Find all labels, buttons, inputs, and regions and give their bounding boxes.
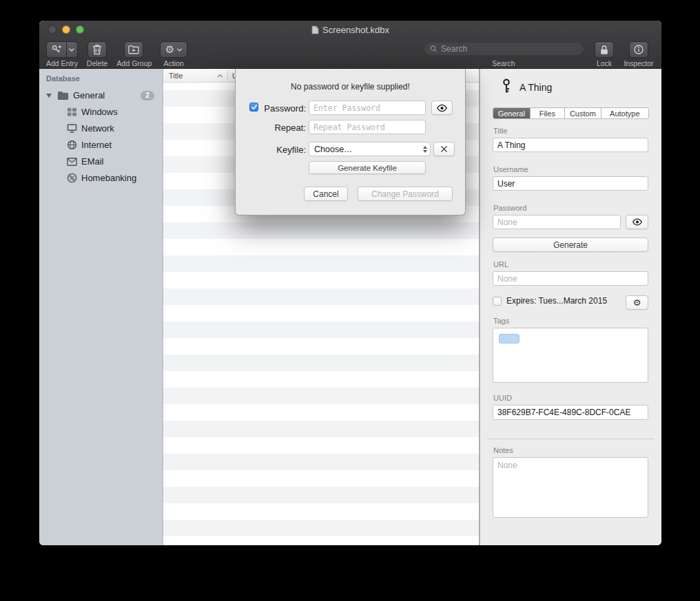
sidebar-header: Database [46, 74, 80, 83]
tags-box[interactable] [493, 328, 648, 383]
entry-count-badge: 2 [141, 91, 154, 101]
folder-icon [57, 91, 69, 100]
uuid-label: UUID [493, 394, 512, 402]
eye-icon [436, 104, 448, 112]
sidebar-item-label: Network [81, 123, 114, 134]
inspector-button[interactable] [629, 41, 648, 58]
tab-custom[interactable]: Custom [564, 108, 601, 118]
sidebar-item-network[interactable]: Network [39, 120, 163, 136]
eye-icon [632, 218, 643, 226]
info-icon [633, 44, 644, 55]
delete-button[interactable] [88, 41, 107, 58]
column-divider[interactable] [227, 70, 228, 81]
password-field[interactable] [493, 215, 621, 229]
lock-icon [599, 45, 609, 55]
folder-plus-icon [128, 45, 139, 54]
url-field[interactable] [493, 271, 648, 286]
inspector-panel: A Thing General Files Custom Autotype Ti… [480, 69, 661, 545]
expires-checkbox[interactable] [493, 297, 502, 306]
close-x-icon [440, 145, 448, 153]
password-label: Password: [256, 103, 306, 114]
tags-label: Tags [493, 317, 509, 325]
generate-password-button[interactable]: Generate [493, 238, 648, 252]
add-entry-button[interactable] [46, 41, 78, 58]
generate-keyfile-button[interactable]: Generate Keyfile [309, 161, 426, 174]
expires-label: Expires: Tues...March 2015 [506, 296, 607, 306]
enter-password-field[interactable] [309, 101, 426, 115]
username-field[interactable] [493, 176, 648, 191]
cancel-button[interactable]: Cancel [304, 187, 348, 201]
inspector-label: Inspector [620, 59, 657, 67]
lock-button[interactable] [595, 41, 614, 58]
windows-icon [67, 107, 77, 117]
password-label: Password [493, 204, 526, 212]
lock-label: Lock [593, 59, 616, 67]
sidebar-item-email[interactable]: EMail [39, 154, 163, 169]
percent-coin-icon [67, 173, 77, 183]
repeat-password-field[interactable] [309, 120, 426, 134]
sidebar-group-general[interactable]: General 2 [39, 87, 163, 103]
section-divider [487, 439, 655, 439]
search-icon [430, 45, 438, 53]
keyfile-value: Choose… [314, 145, 353, 154]
tag-chip[interactable] [499, 334, 519, 344]
key-plus-icon [47, 44, 66, 55]
gear-icon: ⚙ [633, 298, 641, 307]
sidebar-item-label: Homebanking [81, 173, 136, 183]
title-label: Title [493, 127, 507, 135]
app-window: Screenshot.kdbx Add Entry [39, 21, 661, 545]
sidebar-item-homebanking[interactable]: Homebanking [39, 170, 163, 186]
sidebar-item-internet[interactable]: Internet [39, 137, 163, 153]
action-button[interactable]: ⚙ [160, 41, 187, 58]
sidebar-item-label: Internet [81, 140, 112, 150]
window-title: Screenshot.kdbx [322, 25, 389, 35]
chevron-down-icon[interactable] [67, 48, 77, 52]
sidebar-item-label: Windows [81, 107, 118, 117]
expires-settings-button[interactable]: ⚙ [626, 295, 648, 310]
sort-ascending-icon [217, 74, 223, 78]
keyfile-popup[interactable]: Choose… [309, 142, 431, 156]
document-icon [311, 25, 319, 34]
sidebar-item-windows[interactable]: Windows [39, 104, 163, 120]
uuid-field[interactable] [493, 405, 648, 420]
add-group-button[interactable] [124, 41, 143, 58]
repeat-label: Repeat: [256, 123, 306, 133]
key-icon [501, 78, 512, 94]
add-entry-label: Add Entry [45, 59, 79, 67]
add-group-label: Add Group [115, 59, 154, 67]
inspector-tabs: General Files Custom Autotype [493, 107, 649, 119]
sidebar: Database General 2 Windows Network [39, 69, 163, 545]
url-label: URL [493, 260, 508, 268]
change-password-sheet: No password or keyfile supplied! Passwor… [235, 69, 466, 215]
chevron-down-icon [177, 48, 182, 52]
notes-field[interactable] [493, 457, 648, 518]
gear-icon: ⚙ [165, 45, 174, 55]
username-label: Username [493, 165, 528, 173]
window-chrome: Screenshot.kdbx Add Entry [39, 21, 661, 69]
clear-keyfile-button[interactable] [433, 142, 455, 156]
search-input[interactable] [441, 44, 578, 54]
toolbar: Add Entry Delete Add Group ⚙ [39, 39, 661, 69]
globe-icon [67, 140, 77, 150]
reveal-password-button[interactable] [431, 101, 453, 115]
sheet-message: No password or keyfile supplied! [236, 82, 465, 92]
search-label: Search [486, 59, 521, 67]
notes-label: Notes [493, 446, 513, 454]
envelope-icon [67, 158, 77, 166]
reveal-password-button[interactable] [626, 215, 648, 229]
group-label: General [73, 90, 105, 101]
search-field[interactable] [424, 42, 584, 56]
change-password-button[interactable]: Change Password [358, 187, 453, 201]
network-icon [67, 123, 77, 134]
title-field[interactable] [493, 138, 648, 152]
entry-title: A Thing [519, 82, 552, 93]
titlebar[interactable]: Screenshot.kdbx [39, 21, 661, 39]
delete-label: Delete [85, 59, 110, 67]
tab-files[interactable]: Files [530, 108, 565, 118]
stepper-icon [423, 146, 427, 153]
keyfile-label: Keyfile: [256, 145, 306, 155]
column-header-title[interactable]: Title [169, 69, 183, 83]
tab-general[interactable]: General [493, 108, 530, 118]
disclosure-triangle-icon[interactable] [46, 94, 52, 98]
tab-autotype[interactable]: Autotype [601, 108, 648, 118]
